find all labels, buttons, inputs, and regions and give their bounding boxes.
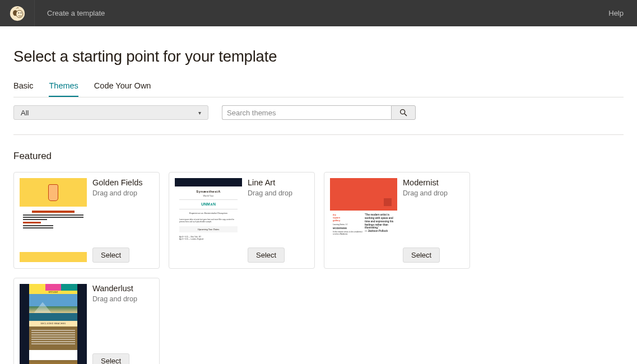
template-card-modernist: thesquaregallery. Learning Series # 4 MO… [324, 172, 470, 269]
template-thumbnail: SPOTLIGHT SECLUDED BEACHES [20, 284, 87, 364]
select-button[interactable]: Select [92, 353, 129, 364]
section-title-featured: Featured [13, 151, 624, 162]
svg-point-5 [401, 110, 405, 114]
template-title: Wanderlust [92, 284, 154, 293]
page-title: Select a starting point for your templat… [13, 48, 624, 66]
select-button[interactable]: Select [248, 248, 285, 263]
template-thumbnail: SynæsthesiA World Tour UNM∧N Experience … [175, 178, 242, 262]
template-card-line-art: SynæsthesiA World Tour UNM∧N Experience … [169, 172, 315, 269]
svg-point-3 [18, 12, 19, 13]
category-select[interactable]: All ▾ [13, 105, 208, 120]
svg-point-4 [20, 12, 21, 13]
search-input[interactable] [222, 105, 391, 120]
mailchimp-logo[interactable] [0, 0, 35, 26]
svg-line-6 [404, 114, 407, 116]
tabs: Basic Themes Code Your Own [13, 81, 624, 97]
category-select-value: All [21, 109, 29, 117]
breadcrumb[interactable]: Create a template [35, 9, 105, 17]
topbar: Create a template Help [0, 0, 637, 26]
search-icon [399, 108, 408, 117]
template-card-wanderlust: SPOTLIGHT SECLUDED BEACHES Wanderlust Dr… [13, 278, 160, 364]
select-button[interactable]: Select [403, 248, 440, 263]
tab-themes[interactable]: Themes [49, 81, 78, 97]
template-title: Line Art [248, 178, 309, 187]
template-subtitle: Drag and drop [92, 189, 154, 197]
svg-point-2 [16, 10, 22, 17]
template-title: Golden Fields [92, 178, 154, 187]
template-subtitle: Drag and drop [403, 189, 464, 197]
mailchimp-icon [9, 5, 26, 22]
search-wrap [222, 105, 416, 120]
featured-row: Golden Fields Drag and drop Select Synæs… [13, 172, 624, 364]
template-subtitle: Drag and drop [92, 295, 154, 303]
topbar-left: Create a template [0, 0, 105, 26]
template-card-golden-fields: Golden Fields Drag and drop Select [13, 172, 160, 269]
content-area: Select a starting point for your templat… [0, 26, 637, 364]
template-thumbnail: thesquaregallery. Learning Series # 4 MO… [330, 178, 397, 262]
template-thumbnail [20, 178, 87, 262]
chevron-down-icon: ▾ [198, 110, 201, 116]
template-title: Modernist [403, 178, 464, 187]
tab-basic[interactable]: Basic [13, 81, 33, 97]
select-button[interactable]: Select [92, 248, 129, 263]
tab-code-your-own[interactable]: Code Your Own [94, 81, 151, 97]
template-subtitle: Drag and drop [248, 189, 309, 197]
help-link[interactable]: Help [608, 9, 637, 17]
filter-row: All ▾ [13, 105, 624, 135]
search-button[interactable] [391, 105, 416, 120]
